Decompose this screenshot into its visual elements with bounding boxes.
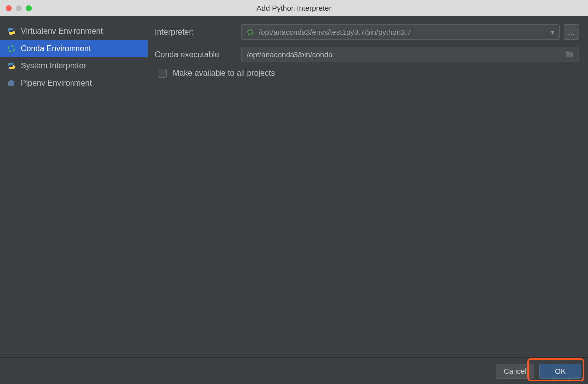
sidebar-item-pipenv[interactable]: Pipenv Environment: [0, 74, 148, 92]
sidebar-item-label: Virtualenv Environment: [21, 27, 103, 36]
python-icon: [7, 62, 16, 70]
make-available-label: Make available to all projects: [173, 69, 275, 78]
conda-loading-icon: [246, 28, 255, 37]
python-icon: [7, 27, 16, 36]
make-available-row: Make available to all projects: [158, 69, 579, 78]
window-title: Add Python Interpreter: [0, 4, 588, 12]
svg-point-3: [248, 29, 253, 35]
folder-browse-icon[interactable]: [566, 50, 574, 59]
dialog-footer: Cancel OK: [0, 357, 588, 384]
svg-rect-2: [10, 80, 13, 82]
interpreter-row: Interpreter: /opt/anaconda3/envs/test1py…: [155, 24, 579, 40]
chevron-down-icon: ▼: [550, 29, 555, 35]
title-bar: Add Python Interpreter: [0, 0, 588, 16]
dialog-content: Virtualenv Environment Conda Environment…: [0, 16, 588, 357]
sidebar-item-system[interactable]: System Interpreter: [0, 57, 148, 74]
conda-executable-row: Conda executable: /opt/anaconda3/bin/con…: [155, 47, 579, 62]
ellipsis-icon: ...: [568, 28, 575, 36]
interpreter-value: /opt/anaconda3/envs/test1py3.7/bin/pytho…: [259, 28, 411, 36]
sidebar-item-label: Conda Environment: [21, 44, 91, 53]
interpreter-type-sidebar: Virtualenv Environment Conda Environment…: [0, 16, 148, 357]
svg-point-0: [8, 46, 14, 52]
sidebar-item-virtualenv[interactable]: Virtualenv Environment: [0, 22, 148, 40]
make-available-checkbox[interactable]: [158, 69, 167, 78]
form-panel: Interpreter: /opt/anaconda3/envs/test1py…: [148, 16, 588, 357]
conda-icon: [7, 44, 16, 53]
interpreter-label: Interpreter:: [155, 28, 241, 37]
conda-executable-value: /opt/anaconda3/bin/conda: [247, 50, 333, 59]
svg-rect-1: [8, 81, 14, 86]
conda-executable-label: Conda executable:: [155, 50, 241, 59]
sidebar-item-label: System Interpreter: [21, 62, 86, 70]
interpreter-more-button[interactable]: ...: [564, 24, 579, 40]
cancel-button-label: Cancel: [504, 367, 527, 375]
watermark: @51CTO博客: [551, 376, 585, 383]
interpreter-dropdown[interactable]: /opt/anaconda3/envs/test1py3.7/bin/pytho…: [241, 24, 560, 40]
sidebar-item-label: Pipenv Environment: [21, 79, 92, 88]
pipenv-icon: [7, 79, 16, 88]
sidebar-item-conda[interactable]: Conda Environment: [0, 40, 148, 57]
ok-button-label: OK: [555, 367, 566, 375]
cancel-button[interactable]: Cancel: [496, 364, 534, 379]
conda-executable-input[interactable]: /opt/anaconda3/bin/conda: [241, 47, 579, 62]
